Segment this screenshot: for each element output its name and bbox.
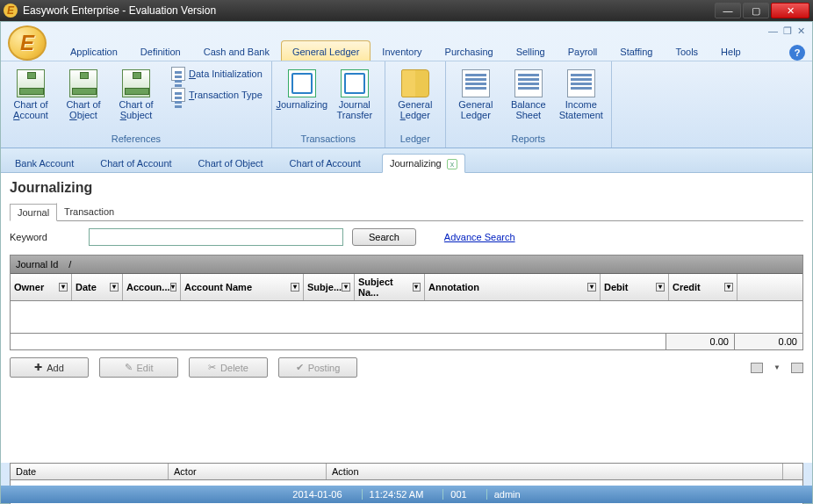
keyword-input[interactable] xyxy=(89,228,343,246)
col-filter-icon[interactable]: ▾ xyxy=(656,283,665,292)
ribbon-income-statement[interactable]: Income Statement xyxy=(557,65,606,125)
app-icon: E xyxy=(4,4,18,18)
ribbon-journal-transfer[interactable]: Journal Transfer xyxy=(330,65,379,125)
total-credit: 0.00 xyxy=(734,334,802,349)
delete-button[interactable]: ✂Delete xyxy=(189,357,268,378)
menu-application[interactable]: Application xyxy=(59,40,129,61)
ribbon-group-label: Ledger xyxy=(391,132,440,146)
general-ledger-label: General Ledger xyxy=(393,99,437,120)
add-button[interactable]: ✚Add xyxy=(10,357,89,378)
menu-purchasing[interactable]: Purchasing xyxy=(434,40,505,61)
logcol-actor[interactable]: Actor xyxy=(169,464,327,479)
maximize-button[interactable]: ▢ xyxy=(743,3,769,18)
ribbon-group-ledger: General LedgerLedger xyxy=(385,61,446,148)
col-filter-icon[interactable]: ▾ xyxy=(413,283,421,292)
subtab-journal[interactable]: Journal xyxy=(10,204,57,221)
inner-close-icon[interactable]: ✕ xyxy=(797,25,805,37)
grid-totals: 0.00 0.00 xyxy=(11,333,802,349)
log-column-headers: DateActorAction xyxy=(11,464,802,480)
balance-sheet-label: Balance Sheet xyxy=(507,99,550,120)
col-annotation[interactable]: Annotation▾ xyxy=(425,274,601,300)
advance-search-link[interactable]: Advance Search xyxy=(444,232,515,242)
inner-minimize-icon[interactable]: — xyxy=(768,25,778,37)
app-logo[interactable]: E xyxy=(8,25,47,61)
doctab-close-icon[interactable]: x xyxy=(447,159,458,169)
col-subje-[interactable]: Subje...▾ xyxy=(304,274,355,300)
export-dropdown-icon[interactable]: ▼ xyxy=(773,364,781,371)
col-account-name[interactable]: Account Name▾ xyxy=(181,274,304,300)
col-filter-icon[interactable]: ▾ xyxy=(724,283,733,292)
col-filter-icon[interactable]: ▾ xyxy=(587,283,596,292)
grid-column-headers: Owner▾Date▾Accoun...▾Account Name▾Subje.… xyxy=(11,274,802,301)
col-filter-icon[interactable]: ▾ xyxy=(59,283,68,292)
col-subject-na-[interactable]: Subject Na...▾ xyxy=(355,274,425,300)
doctab-bank-account-0[interactable]: Bank Account xyxy=(10,155,79,172)
ribbon-transaction-type[interactable]: Transaction Type xyxy=(168,86,266,104)
add-icon: ✚ xyxy=(34,362,42,373)
menu-selling[interactable]: Selling xyxy=(505,40,557,61)
col-owner[interactable]: Owner▾ xyxy=(11,274,72,300)
menu-definition[interactable]: Definition xyxy=(129,40,192,61)
menu-cash-and-bank[interactable]: Cash and Bank xyxy=(192,40,281,61)
col-filter-icon[interactable]: ▾ xyxy=(170,283,176,292)
doctab-journalizing-4[interactable]: Journalizingx xyxy=(382,154,465,173)
transaction-type-icon xyxy=(171,88,185,102)
report-general-ledger-icon xyxy=(462,69,490,97)
status-date: 2014-01-06 xyxy=(285,489,349,500)
ribbon-report-general-ledger[interactable]: General Ledger xyxy=(451,65,500,125)
menu-payroll[interactable]: Payroll xyxy=(557,40,609,61)
chart-of-account-icon xyxy=(17,69,45,97)
logcol-date[interactable]: Date xyxy=(11,464,169,479)
journal-grid: Journal Id/ Owner▾Date▾Accoun...▾Account… xyxy=(10,255,803,350)
grid-body[interactable] xyxy=(11,301,802,333)
menu-inventory[interactable]: Inventory xyxy=(371,40,433,61)
inner-restore-icon[interactable]: ❐ xyxy=(783,25,792,37)
export-icon[interactable] xyxy=(751,363,763,373)
subtab-transaction[interactable]: Transaction xyxy=(56,203,122,220)
menubar: ApplicationDefinitionCash and BankGenera… xyxy=(59,40,752,61)
grid-group-header[interactable]: Journal Id/ xyxy=(11,256,802,274)
posting-button[interactable]: ✔Posting xyxy=(278,357,357,378)
edit-button[interactable]: ✎Edit xyxy=(99,357,178,378)
print-icon[interactable] xyxy=(791,363,803,373)
col-accoun-[interactable]: Accoun...▾ xyxy=(123,274,181,300)
status-bar: 2014-01-06 11:24:52 AM 001 admin xyxy=(1,486,812,503)
close-button[interactable]: ✕ xyxy=(771,3,809,18)
menu-staffing[interactable]: Staffing xyxy=(608,40,664,61)
ribbon-chart-of-object[interactable]: Chart of Object xyxy=(59,65,108,125)
journalizing-icon xyxy=(288,69,316,97)
logcol-action[interactable]: Action xyxy=(327,464,783,479)
app-frame: — ❐ ✕ E ApplicationDefinitionCash and Ba… xyxy=(0,21,813,504)
income-statement-label: Income Statement xyxy=(559,99,603,120)
ribbon-journalizing[interactable]: Journalizing xyxy=(277,65,327,114)
income-statement-icon xyxy=(567,69,595,97)
doctab-chart-of-account-1[interactable]: Chart of Account xyxy=(95,155,176,172)
col-filter-icon[interactable]: ▾ xyxy=(342,283,350,292)
journal-transfer-label: Journal Transfer xyxy=(333,99,377,120)
ribbon-general-ledger[interactable]: General Ledger xyxy=(391,65,440,125)
col-filter-icon[interactable]: ▾ xyxy=(110,283,119,292)
delete-icon: ✂ xyxy=(208,362,216,373)
doctab-chart-of-object-2[interactable]: Chart of Object xyxy=(193,155,269,172)
edit-icon: ✎ xyxy=(125,362,133,373)
ribbon-chart-of-account[interactable]: Chart of Account xyxy=(6,65,55,125)
menu-help[interactable]: Help xyxy=(709,40,752,61)
minimize-button[interactable]: — xyxy=(715,3,741,18)
ribbon-group-label: References xyxy=(6,132,266,146)
page-body: Journalizing JournalTransaction Keyword … xyxy=(1,173,812,463)
doctab-chart-of-account-3[interactable]: Chart of Account xyxy=(284,155,366,172)
ribbon-chart-of-subject[interactable]: Chart of Subject xyxy=(112,65,161,125)
document-tabs: Bank AccountChart of AccountChart of Obj… xyxy=(1,148,812,173)
balance-sheet-icon xyxy=(514,69,543,97)
help-icon[interactable]: ? xyxy=(789,45,805,61)
menu-tools[interactable]: Tools xyxy=(664,40,709,61)
menu-general-ledger[interactable]: General Ledger xyxy=(281,40,371,61)
col-debit[interactable]: Debit▾ xyxy=(601,274,669,300)
ribbon-data-initialization[interactable]: Data Initialization xyxy=(168,65,266,83)
ribbon-balance-sheet[interactable]: Balance Sheet xyxy=(504,65,553,125)
search-button[interactable]: Search xyxy=(352,228,416,246)
col-credit[interactable]: Credit▾ xyxy=(669,274,737,300)
col-date[interactable]: Date▾ xyxy=(72,274,123,300)
col-filter-icon[interactable]: ▾ xyxy=(291,283,299,292)
status-time: 11:24:52 AM xyxy=(362,489,431,500)
